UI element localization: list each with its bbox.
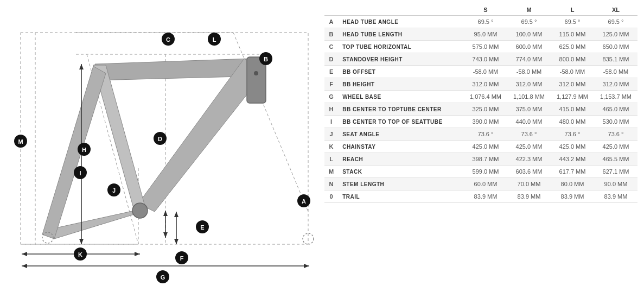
row-val-xl: 90.0 MM	[594, 178, 637, 191]
row-val-l: 312.0 MM	[551, 78, 594, 91]
svg-marker-21	[304, 264, 309, 268]
row-val-l: 443.2 MM	[551, 153, 594, 166]
row-val-s: 398.7 MM	[464, 153, 507, 166]
table-row: K CHAINSTAY 425.0 MM 425.0 MM 425.0 MM 4…	[324, 141, 637, 153]
svg-marker-27	[163, 232, 168, 238]
svg-marker-24	[135, 252, 140, 256]
row-val-m: 1,101.8 MM	[507, 91, 551, 103]
row-id: E	[324, 66, 338, 78]
row-id: A	[324, 16, 338, 28]
col-header-id	[324, 4, 338, 16]
row-val-s: 425.0 MM	[464, 141, 507, 153]
row-val-m: 69.5 °	[507, 16, 551, 28]
row-val-s: -58.0 MM	[464, 66, 507, 78]
row-spec-name: CHAINSTAY	[338, 141, 464, 153]
svg-marker-23	[22, 252, 27, 256]
svg-text:K: K	[78, 251, 82, 258]
row-id: N	[324, 178, 338, 191]
col-header-spec	[338, 4, 464, 16]
svg-marker-26	[163, 211, 168, 216]
row-val-xl: 1,153.7 MM	[594, 91, 637, 103]
svg-marker-30	[174, 239, 178, 244]
svg-text:I: I	[79, 170, 81, 176]
bike-diagram: A B C D E F G H I J K L	[0, 0, 320, 292]
row-val-xl: 627.1 MM	[594, 166, 637, 178]
svg-text:G: G	[161, 274, 165, 281]
row-val-l: -58.0 MM	[551, 66, 594, 78]
svg-text:C: C	[166, 36, 170, 43]
row-val-xl: 465.5 MM	[594, 153, 637, 166]
row-val-s: 1,076.4 MM	[464, 91, 507, 103]
row-val-l: 415.0 MM	[551, 103, 594, 116]
row-id: G	[324, 91, 338, 103]
row-val-xl: 73.6 °	[594, 128, 637, 141]
table-header-row: S M L XL	[324, 4, 637, 16]
diagram-area: A B C D E F G H I J K L	[0, 0, 320, 292]
row-val-xl: 650.0 MM	[594, 41, 637, 53]
row-val-xl: -58.0 MM	[594, 66, 637, 78]
svg-marker-32	[79, 64, 84, 69]
row-val-s: 599.0 MM	[464, 166, 507, 178]
row-val-s: 69.5 °	[464, 16, 507, 28]
row-spec-name: STANDOVER HEIGHT	[338, 53, 464, 66]
row-val-m: 73.6 °	[507, 128, 551, 141]
col-header-l: L	[551, 4, 594, 16]
table-row: B HEAD TUBE LENGTH 95.0 MM 100.0 MM 115.…	[324, 28, 637, 41]
row-val-l: 425.0 MM	[551, 141, 594, 153]
row-val-m: 440.0 MM	[507, 116, 551, 128]
specs-table: S M L XL A HEAD TUBE ANGLE 69.5 ° 69.5 °…	[324, 4, 637, 203]
row-val-l: 83.9 MM	[551, 191, 594, 203]
specs-table-area: S M L XL A HEAD TUBE ANGLE 69.5 ° 69.5 °…	[320, 0, 644, 292]
table-row: E BB OFFSET -58.0 MM -58.0 MM -58.0 MM -…	[324, 66, 637, 78]
row-val-l: 80.0 MM	[551, 178, 594, 191]
row-val-xl: 835.1 MM	[594, 53, 637, 66]
row-val-m: 600.0 MM	[507, 41, 551, 53]
row-val-m: 774.0 MM	[507, 53, 551, 66]
table-row: J SEAT ANGLE 73.6 ° 73.6 ° 73.6 ° 73.6 °	[324, 128, 637, 141]
row-val-m: 425.0 MM	[507, 141, 551, 153]
row-val-l: 625.0 MM	[551, 41, 594, 53]
table-row: L REACH 398.7 MM 422.3 MM 443.2 MM 465.5…	[324, 153, 637, 166]
svg-text:H: H	[82, 147, 86, 153]
svg-marker-29	[174, 212, 178, 217]
row-val-m: 603.6 MM	[507, 166, 551, 178]
row-val-s: 575.0 MM	[464, 41, 507, 53]
col-header-s: S	[464, 4, 507, 16]
table-row: A HEAD TUBE ANGLE 69.5 ° 69.5 ° 69.5 ° 6…	[324, 16, 637, 28]
row-val-s: 390.0 MM	[464, 116, 507, 128]
svg-text:B: B	[264, 56, 268, 62]
col-header-xl: XL	[594, 4, 637, 16]
row-spec-name: TRAIL	[338, 191, 464, 203]
row-spec-name: BB OFFSET	[338, 66, 464, 78]
row-val-xl: 530.0 MM	[594, 116, 637, 128]
svg-marker-33	[79, 239, 84, 244]
row-val-s: 743.0 MM	[464, 53, 507, 66]
row-val-l: 73.6 °	[551, 128, 594, 141]
row-val-l: 480.0 MM	[551, 116, 594, 128]
row-val-l: 800.0 MM	[551, 53, 594, 66]
row-spec-name: STACK	[338, 166, 464, 178]
row-id: C	[324, 41, 338, 53]
svg-text:J: J	[112, 187, 116, 194]
row-val-m: 83.9 MM	[507, 191, 551, 203]
row-val-s: 312.0 MM	[464, 78, 507, 91]
svg-point-15	[254, 71, 258, 75]
row-val-m: 312.0 MM	[507, 78, 551, 91]
table-row: 0 TRAIL 83.9 MM 83.9 MM 83.9 MM 83.9 MM	[324, 191, 637, 203]
row-val-xl: 312.0 MM	[594, 78, 637, 91]
svg-text:E: E	[200, 224, 204, 231]
row-val-m: 70.0 MM	[507, 178, 551, 191]
row-spec-name: HEAD TUBE LENGTH	[338, 28, 464, 41]
row-spec-name: BB CENTER TO TOPTUBE CENTER	[338, 103, 464, 116]
svg-point-16	[132, 203, 148, 218]
table-row: D STANDOVER HEIGHT 743.0 MM 774.0 MM 800…	[324, 53, 637, 66]
table-row: H BB CENTER TO TOPTUBE CENTER 325.0 MM 3…	[324, 103, 637, 116]
table-row: F BB HEIGHT 312.0 MM 312.0 MM 312.0 MM 3…	[324, 78, 637, 91]
row-val-s: 95.0 MM	[464, 28, 507, 41]
svg-text:M: M	[18, 138, 23, 145]
row-val-l: 69.5 °	[551, 16, 594, 28]
row-val-s: 60.0 MM	[464, 178, 507, 191]
table-row: N STEM LENGTH 60.0 MM 70.0 MM 80.0 MM 90…	[324, 178, 637, 191]
row-id: F	[324, 78, 338, 91]
row-id: J	[324, 128, 338, 141]
